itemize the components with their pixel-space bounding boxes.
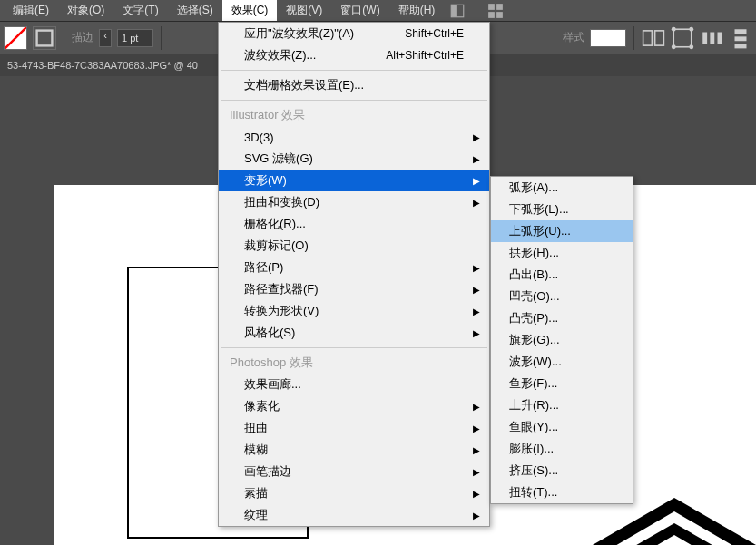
- stroke-label: 描边: [72, 30, 93, 45]
- stroke-swatch[interactable]: [33, 26, 56, 50]
- svg-rect-18: [718, 32, 722, 44]
- menu-effect-gallery[interactable]: 效果画廊...: [219, 374, 489, 395]
- warp-shell-lower[interactable]: 凹壳(O)...: [491, 286, 633, 307]
- menu-window[interactable]: 窗口(W): [331, 0, 388, 21]
- svg-point-13: [689, 26, 693, 31]
- menu-distort-transform[interactable]: 扭曲和变换(D)▶: [219, 191, 489, 213]
- warp-arch[interactable]: 拱形(H)...: [491, 242, 633, 264]
- style-swatch[interactable]: [590, 29, 626, 47]
- svg-rect-17: [710, 32, 714, 44]
- menu-rasterize[interactable]: 栅格化(R)...: [219, 213, 489, 235]
- svg-rect-20: [735, 36, 747, 41]
- menu-edit[interactable]: 编辑(E): [4, 0, 58, 21]
- menu-select[interactable]: 选择(S): [168, 0, 222, 21]
- svg-rect-21: [735, 44, 747, 48]
- menu-ripple-effect[interactable]: 波纹效果(Z)...Alt+Shift+Ctrl+E: [219, 44, 489, 66]
- warp-arc[interactable]: 弧形(A)...: [491, 177, 633, 199]
- align-icon[interactable]: [642, 26, 665, 50]
- menu-crop-marks[interactable]: 裁剪标记(O): [219, 235, 489, 257]
- menu-apply-last-effect[interactable]: 应用"波纹效果(Z)"(A)Shift+Ctrl+E: [219, 23, 489, 44]
- menu-stylize[interactable]: 风格化(S)▶: [219, 322, 489, 344]
- distribute-h-icon[interactable]: [700, 26, 723, 50]
- warp-shell-upper[interactable]: 凸壳(P)...: [491, 307, 633, 329]
- svg-rect-1: [452, 5, 457, 17]
- menu-pixelate[interactable]: 像素化▶: [219, 395, 489, 417]
- svg-rect-2: [488, 4, 495, 10]
- menu-type[interactable]: 文字(T): [113, 0, 167, 21]
- menu-blur[interactable]: 模糊▶: [219, 439, 489, 461]
- fill-swatch[interactable]: [4, 26, 27, 50]
- menu-help[interactable]: 帮助(H): [389, 0, 445, 21]
- menu-svg-filters[interactable]: SVG 滤镜(G)▶: [219, 148, 489, 170]
- menu-path[interactable]: 路径(P)▶: [219, 257, 489, 278]
- menu-texture[interactable]: 纹理▶: [219, 504, 489, 526]
- svg-rect-10: [655, 30, 664, 44]
- menu-pathfinder[interactable]: 路径查找器(F)▶: [219, 278, 489, 300]
- warp-submenu: 弧形(A)... 下弧形(L)... 上弧形(U)... 拱形(H)... 凸出…: [490, 176, 633, 504]
- menu-sketch[interactable]: 素描▶: [219, 482, 489, 504]
- menu-3d[interactable]: 3D(3)▶: [219, 126, 489, 148]
- warp-wave[interactable]: 波形(W)...: [491, 351, 633, 373]
- grid-icon[interactable]: [487, 3, 504, 19]
- menu-brush-strokes[interactable]: 画笔描边▶: [219, 461, 489, 482]
- svg-rect-16: [702, 32, 707, 44]
- menu-view[interactable]: 视图(V): [277, 0, 331, 21]
- menu-warp[interactable]: 变形(W)▶: [219, 170, 489, 191]
- style-label: 样式: [563, 30, 584, 45]
- menu-object[interactable]: 对象(O): [58, 0, 113, 21]
- warp-bulge[interactable]: 凸出(B)...: [491, 264, 633, 286]
- warp-twist[interactable]: 扭转(T)...: [491, 482, 633, 503]
- menubar: 编辑(E) 对象(O) 文字(T) 选择(S) 效果(C) 视图(V) 窗口(W…: [0, 0, 756, 22]
- svg-rect-9: [643, 30, 653, 44]
- svg-rect-8: [37, 30, 53, 45]
- svg-rect-3: [496, 4, 503, 10]
- warp-inflate[interactable]: 膨胀(I)...: [491, 438, 633, 460]
- stroke-decrement[interactable]: ‹: [99, 29, 112, 47]
- stroke-weight-input[interactable]: [117, 29, 153, 47]
- warp-flag[interactable]: 旗形(G)...: [491, 329, 633, 351]
- section-illustrator-effects: Illustrator 效果: [219, 104, 489, 126]
- warp-arc-lower[interactable]: 下弧形(L)...: [491, 199, 633, 220]
- warp-squeeze[interactable]: 挤压(S)...: [491, 460, 633, 482]
- svg-point-15: [689, 44, 693, 49]
- svg-rect-5: [496, 12, 503, 18]
- warp-fish[interactable]: 鱼形(F)...: [491, 373, 633, 394]
- menu-doc-raster-settings[interactable]: 文档栅格效果设置(E)...: [219, 74, 489, 96]
- svg-point-12: [672, 26, 676, 31]
- layout-icon[interactable]: [449, 3, 466, 19]
- section-photoshop-effects: Photoshop 效果: [219, 352, 489, 374]
- menu-distort-ps[interactable]: 扭曲▶: [219, 417, 489, 439]
- distribute-v-icon[interactable]: [729, 26, 752, 50]
- warp-rise[interactable]: 上升(R)...: [491, 394, 633, 416]
- document-tab[interactable]: 53-4743-BF48-7C383AA70683.JPG* @ 40: [7, 60, 198, 71]
- warp-arc-upper[interactable]: 上弧形(U)...: [491, 220, 633, 242]
- svg-rect-11: [673, 29, 692, 47]
- svg-point-14: [672, 44, 676, 49]
- menu-effects[interactable]: 效果(C): [222, 0, 278, 21]
- svg-rect-19: [735, 29, 747, 34]
- warp-fisheye[interactable]: 鱼眼(Y)...: [491, 416, 633, 438]
- transform-icon[interactable]: [671, 26, 694, 50]
- svg-rect-4: [488, 12, 495, 18]
- menu-convert-shape[interactable]: 转换为形状(V)▶: [219, 300, 489, 322]
- effects-dropdown: 应用"波纹效果(Z)"(A)Shift+Ctrl+E 波纹效果(Z)...Alt…: [218, 22, 490, 527]
